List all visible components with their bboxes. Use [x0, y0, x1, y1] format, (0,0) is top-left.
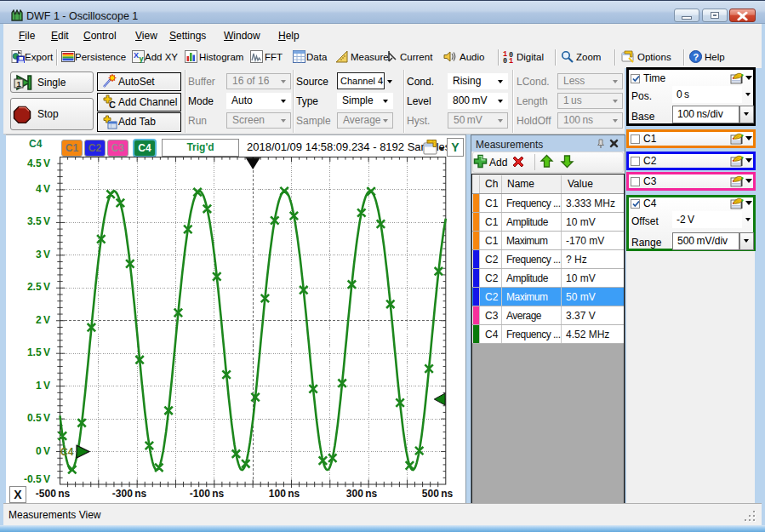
svg-text:C: C: [109, 100, 116, 109]
svg-text:X: X: [134, 51, 139, 60]
svg-text:C4: C4: [60, 446, 74, 458]
svg-text:0: 0: [503, 57, 507, 64]
svg-text:1: 1: [509, 57, 513, 64]
svg-text:y: y: [140, 54, 144, 63]
svg-text:1: 1: [17, 79, 22, 89]
svg-text:?: ?: [694, 52, 699, 62]
